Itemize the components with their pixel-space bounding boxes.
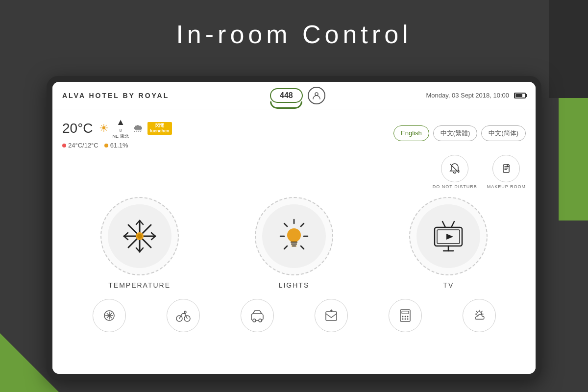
keypad-circle	[389, 299, 422, 332]
svg-rect-46	[402, 311, 409, 314]
lang-button-en[interactable]: English	[393, 125, 429, 141]
wind-direction: NE 東北	[113, 133, 129, 140]
room-service-row: DO NOT DISTURB MAKEUP ROOM	[62, 155, 526, 189]
svg-point-0	[315, 93, 318, 96]
weather-sub: 24°C/12°C 61.1%	[62, 142, 172, 149]
temp-dot-icon	[62, 144, 66, 147]
svg-point-48	[404, 316, 406, 318]
humidity-dot-icon	[104, 144, 108, 147]
temp-range-item: 24°C/12°C	[62, 142, 98, 149]
room-number-badge[interactable]: 448	[270, 88, 303, 103]
battery-fill	[515, 94, 522, 97]
service-item-makeup[interactable]: MAKEUP ROOM	[487, 155, 526, 189]
lightbulb-icon	[274, 217, 314, 256]
content-area: 20°C ☀ ▲ 8 NE 東北 🌧 閃電fuenchen	[52, 109, 536, 374]
bicycle-icon	[174, 307, 192, 324]
page-title: In-room Control	[0, 20, 588, 49]
room-number: 448	[280, 91, 293, 99]
svg-point-51	[404, 318, 406, 320]
temperature-label: TEMPERATURE	[108, 281, 171, 289]
control-lights[interactable]: LIGHTS	[255, 197, 333, 289]
control-temperature[interactable]: TEMPERATURE	[100, 197, 179, 289]
mail-circle	[315, 299, 348, 332]
temperature-inner	[108, 204, 172, 268]
tv-inner	[416, 204, 480, 268]
tablet-screen: ALVA HOTEL BY ROYAL 448 Monday, 03 Sept …	[52, 82, 536, 374]
dnd-label: DO NOT DISTURB	[433, 184, 477, 189]
bottom-item-weather[interactable]	[463, 299, 496, 332]
dnd-circle	[441, 155, 468, 182]
svg-point-40	[184, 311, 186, 313]
tv-circle	[409, 197, 488, 275]
svg-point-47	[402, 316, 403, 318]
concierge-icon[interactable]	[308, 87, 325, 104]
sun-icon: ☀	[99, 122, 109, 135]
hotel-name: ALVA HOTEL BY ROYAL	[62, 92, 169, 99]
humidity: 61.1%	[110, 142, 128, 149]
temperature-display: 20°C	[62, 121, 93, 136]
svg-line-23	[301, 246, 304, 249]
svg-point-52	[407, 318, 408, 320]
svg-rect-2	[503, 165, 509, 172]
datetime: Monday, 03 Sept 2018, 10:00	[426, 92, 509, 99]
wind-arrow-icon: ▲	[116, 117, 125, 127]
svg-marker-30	[446, 234, 453, 240]
svg-point-17	[137, 234, 142, 239]
lights-circle	[255, 197, 333, 275]
svg-line-21	[301, 223, 304, 226]
lights-inner	[262, 204, 326, 268]
bottom-item-mail[interactable]	[315, 299, 348, 332]
weather-section: 20°C ☀ ▲ 8 NE 東北 🌧 閃電fuenchen	[62, 117, 172, 149]
header-center: 448	[270, 87, 325, 104]
bicycle-circle	[167, 299, 200, 332]
tv-label: TV	[443, 281, 454, 289]
lang-button-zh-cn[interactable]: 中文(简体)	[481, 125, 526, 141]
svg-point-3	[507, 165, 509, 167]
mail-icon	[322, 307, 340, 324]
transport-circle	[241, 299, 274, 332]
battery-icon	[514, 93, 526, 98]
svg-line-58	[476, 311, 477, 312]
dining-circle	[93, 299, 126, 332]
wind-box: ▲ 8 NE 東北	[113, 117, 129, 140]
transport-icon	[248, 307, 266, 324]
svg-point-25	[287, 228, 301, 242]
svg-point-42	[253, 319, 256, 322]
language-selector: English 中文(繁體) 中文(简体)	[393, 125, 526, 141]
bg-decoration-dark	[549, 0, 588, 98]
lang-button-zh-tw[interactable]: 中文(繁體)	[433, 125, 478, 141]
tv-icon	[429, 217, 468, 256]
dining-icon	[100, 307, 118, 324]
app-header: ALVA HOTEL BY ROYAL 448 Monday, 03 Sept …	[52, 82, 536, 109]
svg-line-27	[451, 221, 454, 227]
bottom-item-dining[interactable]	[93, 299, 126, 332]
main-controls-grid: TEMPERATURE	[62, 197, 526, 289]
bottom-item-transport[interactable]	[241, 299, 274, 332]
svg-line-57	[481, 311, 482, 312]
top-bar: 20°C ☀ ▲ 8 NE 東北 🌧 閃電fuenchen	[62, 117, 526, 149]
bg-decoration-green-right	[559, 98, 588, 220]
lightning-label: 閃電fuenchen	[150, 123, 170, 133]
bottom-item-bicycle[interactable]	[167, 299, 200, 332]
bottom-controls-row	[62, 299, 526, 332]
bottom-item-keypad[interactable]	[389, 299, 422, 332]
svg-line-26	[442, 221, 445, 227]
service-item-dnd[interactable]: DO NOT DISTURB	[433, 155, 477, 189]
makeup-icon	[499, 162, 513, 175]
svg-point-49	[407, 316, 408, 318]
svg-point-50	[402, 318, 403, 320]
cloud-icon: 🌧	[133, 122, 144, 135]
lights-label: LIGHTS	[279, 281, 310, 289]
svg-rect-44	[326, 312, 337, 320]
weather-icons: ☀ ▲ 8 NE 東北 🌧 閃電fuenchen	[99, 117, 172, 140]
header-right: Monday, 03 Sept 2018, 10:00	[426, 92, 526, 99]
control-tv[interactable]: TV	[409, 197, 488, 289]
humidity-item: 61.1%	[104, 142, 128, 149]
weather-forecast-icon	[470, 307, 488, 324]
svg-line-24	[284, 246, 287, 249]
makeup-circle	[492, 155, 520, 182]
temperature-circle	[100, 197, 179, 275]
tablet-frame: ALVA HOTEL BY ROYAL 448 Monday, 03 Sept …	[47, 76, 541, 380]
wind-speed: 8	[120, 128, 122, 133]
weather-main: 20°C ☀ ▲ 8 NE 東北 🌧 閃電fuenchen	[62, 117, 172, 140]
